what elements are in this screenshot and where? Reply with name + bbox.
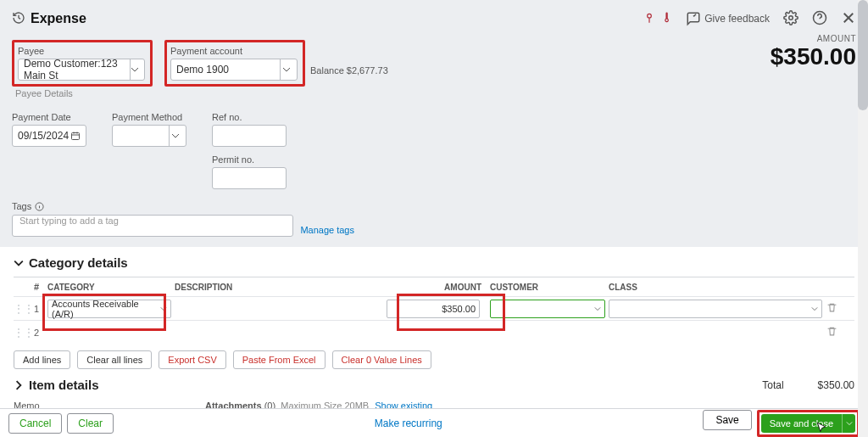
chevron-down-icon <box>811 305 818 312</box>
account-highlight: Payment account Demo 1900 <box>164 40 305 87</box>
ref-no-input[interactable] <box>212 125 287 147</box>
expense-header: Expense Give feedback AMOUNT $350.00 Pay… <box>0 0 868 247</box>
svg-point-2 <box>789 15 793 20</box>
chevron-down-icon <box>280 59 292 80</box>
category-table: # CATEGORY DESCRIPTION AMOUNT CUSTOMER C… <box>14 277 854 344</box>
info-icon[interactable] <box>35 202 44 211</box>
item-details-toggle[interactable]: Item details <box>14 378 99 392</box>
item-details-title: Item details <box>29 378 99 392</box>
top-row: Expense Give feedback <box>12 7 856 31</box>
save-close-dropdown[interactable] <box>842 414 855 433</box>
table-row: ⋮⋮ 1 Accounts Receivable (A/R) $350.00 <box>14 296 854 320</box>
help-icon[interactable] <box>812 10 827 28</box>
payment-date-input[interactable]: 09/15/2024 <box>12 125 86 147</box>
chevron-down-icon <box>160 305 167 312</box>
drag-handle-icon[interactable]: ⋮⋮ <box>14 303 29 315</box>
save-close-button[interactable]: Save and close <box>761 414 842 433</box>
table-buttons: Add lines Clear all lines Export CSV Pas… <box>14 350 854 369</box>
item-details-row: Item details Total $350.00 <box>14 378 854 392</box>
close-icon[interactable] <box>841 10 856 28</box>
page-title: Expense <box>31 11 86 26</box>
footer-bar: Cancel Clear Make recurring Save Save an… <box>0 408 868 437</box>
permit-no-input[interactable] <box>212 167 287 189</box>
feedback-label: Give feedback <box>704 13 770 25</box>
row-number: 1 <box>29 304 44 314</box>
payee-select[interactable]: Demo Customer:123 Main St <box>18 59 145 81</box>
col-description: DESCRIPTION <box>171 283 387 292</box>
calendar-icon <box>70 131 81 141</box>
tags-label: Tags <box>12 201 293 211</box>
payee-value: Demo Customer:123 Main St <box>24 58 125 81</box>
category-details-title: Category details <box>29 255 128 270</box>
ref-no-label: Ref no. <box>212 112 287 122</box>
account-label: Payment account <box>170 46 299 56</box>
svg-point-0 <box>648 14 652 18</box>
total-value: $350.00 <box>818 379 854 391</box>
class-select[interactable] <box>609 300 822 318</box>
clear-zero-button[interactable]: Clear 0 Value Lines <box>332 350 431 369</box>
tags-row: Tags Start typing to add a tag Manage ta… <box>12 201 354 237</box>
col-class: CLASS <box>605 283 822 292</box>
scrollbar[interactable] <box>858 0 868 437</box>
payee-highlight: Payee Demo Customer:123 Main St <box>12 40 153 87</box>
table-row: ⋮⋮ 2 <box>14 320 854 344</box>
col-category: CATEGORY <box>44 283 171 292</box>
col-amount: AMOUNT <box>387 283 487 292</box>
category-select[interactable]: Accounts Receivable (A/R) <box>47 300 171 318</box>
account-value: Demo 1900 <box>176 64 229 76</box>
payee-row: Payee Demo Customer:123 Main St Payment … <box>12 40 856 87</box>
export-csv-button[interactable]: Export CSV <box>159 350 225 369</box>
amount-input[interactable]: $350.00 <box>387 300 480 318</box>
trash-icon[interactable] <box>822 326 841 339</box>
add-lines-button[interactable]: Add lines <box>14 350 70 369</box>
clear-button[interactable]: Clear <box>67 413 114 434</box>
thermometer-icon[interactable] <box>660 12 672 26</box>
pin-icon[interactable] <box>643 12 655 26</box>
payee-label: Payee <box>18 46 147 56</box>
row-number: 2 <box>29 328 44 338</box>
chevron-right-icon <box>14 380 24 390</box>
top-actions: Give feedback <box>643 10 856 28</box>
payment-date-label: Payment Date <box>12 112 86 122</box>
scroll-thumb[interactable] <box>858 0 868 110</box>
account-select[interactable]: Demo 1900 <box>170 59 298 81</box>
paste-excel-button[interactable]: Paste From Excel <box>233 350 326 369</box>
payment-method-label: Payment Method <box>112 112 186 122</box>
chevron-down-icon <box>14 258 24 268</box>
manage-tags-link[interactable]: Manage tags <box>300 225 354 235</box>
secondary-fields: Payment Date 09/15/2024 Payment Method R… <box>12 112 856 189</box>
customer-select[interactable] <box>490 300 605 318</box>
chevron-down-icon <box>130 59 139 80</box>
col-customer: CUSTOMER <box>487 283 605 292</box>
payment-method-select[interactable] <box>112 125 186 147</box>
svg-rect-7 <box>72 133 80 140</box>
chevron-down-icon <box>594 305 601 312</box>
trash-icon[interactable] <box>822 302 841 316</box>
pin-icons <box>643 12 672 26</box>
balance-text: Balance $2,677.73 <box>310 65 388 76</box>
make-recurring-link[interactable]: Make recurring <box>375 417 442 429</box>
payment-date-value: 09/15/2024 <box>18 130 69 142</box>
total-label: Total <box>762 379 783 391</box>
cancel-button[interactable]: Cancel <box>8 413 62 434</box>
tags-input[interactable]: Start typing to add a tag <box>12 215 293 237</box>
save-close-highlight: Save and close <box>757 410 860 437</box>
gear-icon[interactable] <box>783 10 798 28</box>
save-button[interactable]: Save <box>703 410 751 430</box>
history-icon[interactable] <box>12 11 25 27</box>
payee-details-link[interactable]: Payee Details <box>15 88 856 98</box>
total-line: Total $350.00 <box>762 379 854 391</box>
clear-lines-button[interactable]: Clear all lines <box>77 350 152 369</box>
drag-handle-icon[interactable]: ⋮⋮ <box>14 327 29 339</box>
table-header: # CATEGORY DESCRIPTION AMOUNT CUSTOMER C… <box>14 277 854 296</box>
give-feedback-link[interactable]: Give feedback <box>686 11 770 26</box>
category-details-toggle[interactable]: Category details <box>14 255 854 270</box>
title-group: Expense <box>12 11 86 27</box>
chevron-down-icon <box>169 126 181 146</box>
permit-no-label: Permit no. <box>212 154 287 165</box>
